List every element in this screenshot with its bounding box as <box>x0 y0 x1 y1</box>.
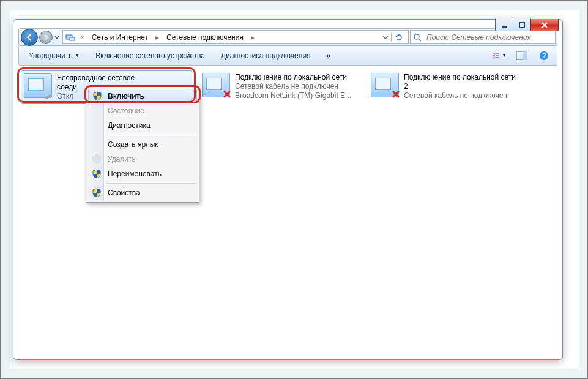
connection-device: Broadcom NetLink (TM) Gigabit E... <box>235 91 351 100</box>
svg-rect-1 <box>519 23 524 28</box>
network-icon <box>65 32 75 42</box>
svg-rect-0 <box>502 26 507 28</box>
ctx-shortcut-label: Создать ярлык <box>108 140 158 149</box>
enable-device-label: Включение сетевого устройства <box>95 51 205 60</box>
ctx-enable[interactable]: Включить <box>88 89 197 103</box>
svg-rect-8 <box>496 55 499 56</box>
uac-shield-icon <box>92 91 102 101</box>
arrow-left-icon <box>25 33 34 42</box>
svg-text:?: ? <box>542 52 546 59</box>
connections-list: Беспроводное сетевое соеди Откл Подключе… <box>18 68 557 355</box>
ctx-delete-label: Удалить <box>108 155 136 163</box>
connection-text: Подключение по локальной сети Сетевой ка… <box>235 73 351 100</box>
uac-shield-icon <box>92 169 102 179</box>
diagnose-connection-button[interactable]: Диагностика подключения <box>217 50 314 62</box>
minimize-button[interactable] <box>495 19 513 31</box>
chevron-down-icon[interactable] <box>382 34 389 40</box>
breadcrumb-chevron-icon: ▸ <box>248 33 257 42</box>
minimize-icon <box>501 21 508 29</box>
breadcrumb-bar[interactable]: « Сеть и Интернет ▸ Сетевые подключения … <box>62 30 409 44</box>
overflow-button[interactable]: » <box>323 50 335 62</box>
connection-title: Беспроводное сетевое <box>57 73 135 83</box>
network-adapter-icon <box>371 73 399 97</box>
view-list-icon <box>493 51 501 61</box>
connection-title-2: 2 <box>404 82 516 91</box>
close-button[interactable] <box>530 19 559 31</box>
overflow-label: » <box>327 51 331 60</box>
connection-status: Сетевой кабель не подключен <box>404 91 516 100</box>
connection-status: Сетевой кабель не подключен <box>235 82 351 91</box>
search-input[interactable] <box>425 32 553 42</box>
chevron-down-icon: ▼ <box>75 53 80 58</box>
context-menu-separator <box>106 183 195 184</box>
ctx-rename[interactable]: Переименовать <box>88 167 197 181</box>
network-adapter-icon <box>24 73 52 98</box>
breadcrumb-seg-connections[interactable]: Сетевые подключения <box>164 32 246 43</box>
connection-text: Подключение по локальной сети 2 Сетевой … <box>404 73 516 100</box>
error-overlay-icon <box>222 89 232 99</box>
chevron-down-icon <box>54 35 59 40</box>
ctx-props-label: Свойства <box>108 189 140 197</box>
arrow-right-icon <box>43 34 49 40</box>
refresh-icon <box>395 33 403 42</box>
preview-pane-button[interactable] <box>515 50 529 61</box>
disabled-overlay-icon <box>44 90 54 100</box>
screenshot-frame: « Сеть и Интернет ▸ Сетевые подключения … <box>0 0 588 379</box>
svg-point-4 <box>414 34 419 39</box>
svg-rect-7 <box>493 55 495 56</box>
svg-rect-5 <box>493 53 495 54</box>
search-box[interactable] <box>410 30 556 44</box>
connection-title: Подключение по локальной сети <box>404 73 516 82</box>
error-overlay-icon <box>391 89 401 99</box>
ctx-status-label: Состояние <box>108 107 144 115</box>
window-caption-buttons <box>496 19 559 31</box>
close-icon <box>541 21 548 29</box>
network-adapter-icon <box>202 73 230 97</box>
nav-history-dropdown[interactable] <box>53 29 61 45</box>
ctx-create-shortcut[interactable]: Создать ярлык <box>88 137 197 152</box>
nav-forward-button[interactable] <box>39 31 53 44</box>
breadcrumb-chevron-icon: ▸ <box>153 33 162 42</box>
maximize-icon <box>518 21 526 29</box>
ctx-diagnostics[interactable]: Диагностика <box>88 118 197 133</box>
context-menu-separator <box>106 135 195 135</box>
chevron-down-icon: ▼ <box>502 53 507 58</box>
maximize-button[interactable] <box>513 19 531 31</box>
nav-back-button[interactable] <box>21 29 38 46</box>
address-bar: « Сеть и Интернет ▸ Сетевые подключения … <box>18 28 557 46</box>
organize-button[interactable]: Упорядочить ▼ <box>25 50 83 62</box>
svg-rect-3 <box>70 37 75 40</box>
ctx-properties[interactable]: Свойства <box>88 186 197 200</box>
ctx-rename-label: Переименовать <box>108 170 162 178</box>
command-bar: Упорядочить ▼ Включение сетевого устройс… <box>18 46 557 66</box>
uac-shield-icon <box>92 188 102 198</box>
ctx-enable-label: Включить <box>108 92 144 100</box>
connection-title: Подключение по локальной сети <box>235 73 351 82</box>
refresh-button[interactable] <box>391 33 406 42</box>
search-icon <box>413 33 422 42</box>
context-menu: Включить Состояние Диагностика Создать я… <box>86 86 199 203</box>
help-button[interactable]: ? <box>537 50 551 61</box>
svg-rect-6 <box>496 53 499 54</box>
enable-device-button[interactable]: Включение сетевого устройства <box>92 50 209 62</box>
breadcrumb-seg-network[interactable]: Сеть и Интернет <box>89 32 151 43</box>
explorer-window: « Сеть и Интернет ▸ Сетевые подключения … <box>13 19 563 360</box>
svg-rect-12 <box>523 51 527 60</box>
organize-label: Упорядочить <box>29 51 72 60</box>
ctx-delete: Удалить <box>88 152 197 167</box>
help-icon: ? <box>539 51 549 61</box>
svg-rect-10 <box>496 57 499 58</box>
connection-item-lan2[interactable]: Подключение по локальной сети 2 Сетевой … <box>368 70 540 103</box>
breadcrumb-root[interactable]: « <box>78 33 87 42</box>
preview-pane-icon <box>516 51 527 60</box>
ctx-diag-label: Диагностика <box>108 121 151 130</box>
uac-shield-icon <box>92 154 102 164</box>
svg-rect-9 <box>493 57 495 58</box>
diagnose-label: Диагностика подключения <box>221 51 311 60</box>
connection-item-lan1[interactable]: Подключение по локальной сети Сетевой ка… <box>199 70 371 103</box>
view-options-button[interactable]: ▼ <box>493 50 507 61</box>
ctx-status: Состояние <box>88 103 197 118</box>
